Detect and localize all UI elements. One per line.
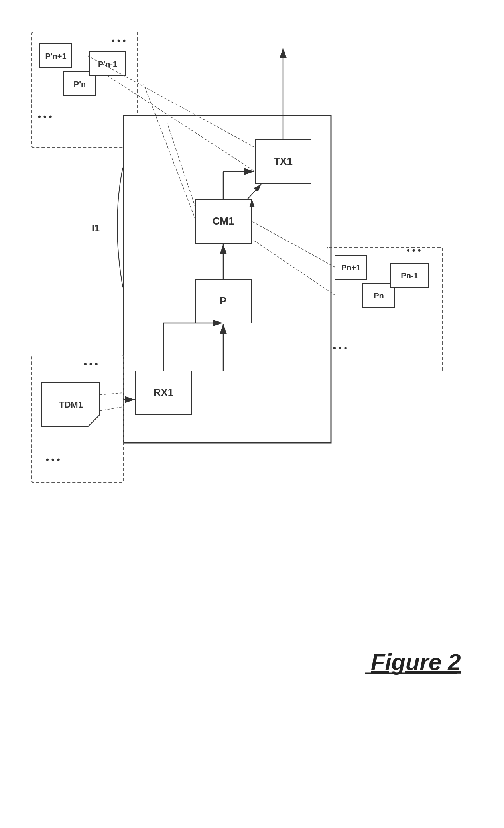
svg-text:• • •: • • •	[407, 245, 421, 255]
diagram-svg: P'n+1 P'n P'n-1 • • • • • • RX1 P CM1 TX…	[24, 24, 480, 702]
svg-text:I1: I1	[92, 223, 100, 233]
svg-rect-5	[64, 72, 96, 96]
svg-text:• • •: • • •	[84, 359, 98, 369]
svg-text:Pn+1: Pn+1	[341, 263, 360, 272]
svg-text:P'n: P'n	[74, 80, 86, 89]
svg-text:• • •: • • •	[38, 112, 52, 122]
svg-text:Figure 2: Figure 2	[371, 649, 461, 675]
svg-rect-14	[195, 279, 251, 323]
svg-text:TDM1: TDM1	[59, 400, 83, 410]
svg-line-50	[167, 124, 195, 207]
svg-text:• • •: • • •	[112, 36, 126, 46]
svg-text:• • •: • • •	[46, 455, 60, 465]
svg-rect-2	[32, 32, 138, 148]
svg-line-46	[252, 239, 335, 295]
svg-text:Pn-1: Pn-1	[401, 271, 418, 280]
svg-marker-29	[42, 383, 100, 427]
svg-rect-12	[136, 371, 191, 415]
svg-rect-36	[327, 247, 443, 371]
svg-rect-39	[363, 283, 395, 307]
svg-text:CM1: CM1	[213, 215, 234, 227]
diagram-container: P'n+1 P'n P'n-1 • • • • • • RX1 P CM1 TX…	[24, 24, 480, 702]
svg-text:P'n+1: P'n+1	[45, 52, 66, 61]
svg-line-34	[100, 407, 123, 411]
svg-line-49	[108, 76, 255, 172]
svg-line-33	[100, 393, 123, 395]
svg-rect-41	[391, 263, 429, 287]
svg-text:RX1: RX1	[154, 386, 174, 398]
svg-text:• • •: • • •	[333, 343, 347, 353]
svg-line-51	[144, 84, 195, 219]
svg-line-26	[247, 184, 261, 199]
svg-rect-16	[195, 199, 251, 243]
svg-text:P: P	[220, 295, 226, 307]
svg-text:P'n-1: P'n-1	[98, 60, 117, 69]
svg-line-48	[88, 56, 255, 148]
svg-rect-28	[32, 355, 124, 483]
svg-text:Pn: Pn	[374, 291, 384, 300]
svg-rect-3	[40, 44, 72, 68]
svg-rect-11	[124, 116, 331, 443]
svg-text:TX1: TX1	[274, 155, 293, 167]
svg-line-45	[252, 221, 335, 267]
svg-rect-18	[255, 140, 311, 183]
svg-rect-7	[90, 52, 126, 76]
svg-rect-37	[335, 255, 367, 279]
